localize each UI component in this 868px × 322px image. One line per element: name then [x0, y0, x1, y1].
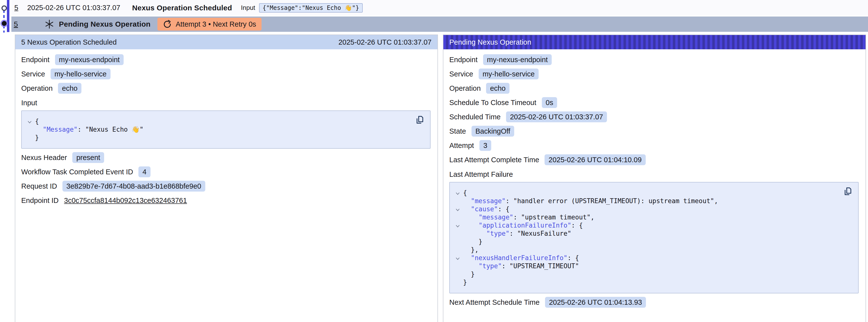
event-panel-title: 5 Nexus Operation Scheduled [21, 38, 117, 46]
pending-operation-row[interactable]: 5 Pending Nexus Operation Attempt 3 • Ne… [11, 17, 868, 32]
pending-title: Pending Nexus Operation [59, 20, 151, 28]
field-value-badge: 0s [542, 97, 557, 108]
json-line: } [452, 278, 836, 287]
pending-asterisk-icon [44, 19, 55, 29]
event-detail-label: Input [241, 4, 255, 11]
pending-detail-panel: Pending Nexus Operation Endpointmy-nexus… [443, 34, 866, 322]
collapse-chevron-icon[interactable] [452, 254, 463, 262]
json-line-gutter [452, 238, 463, 246]
field-label: Endpoint [21, 56, 50, 64]
field-row-last-attempt-complete-time: Last Attempt Complete Time2025-02-26 UTC… [449, 154, 859, 165]
json-line-gutter [452, 270, 463, 278]
json-line-text: "Message": "Nexus Echo 👋" [35, 126, 143, 134]
collapse-chevron-icon[interactable] [452, 189, 463, 197]
pending-panel-header: Pending Nexus Operation [443, 35, 866, 49]
field-row-endpoint: Endpointmy-nexus-endpoint [449, 54, 859, 65]
json-line-text: "cause": { [463, 205, 509, 213]
field-label-input: Input [21, 98, 431, 107]
field-value-badge: echo [58, 83, 82, 94]
field-value-badge: 3 [479, 140, 491, 151]
json-line-text: "applicationFailureInfo": { [463, 221, 583, 229]
json-line-gutter [452, 197, 463, 205]
event-input-chip[interactable]: {"Message":"Nexus Echo 👋"} [259, 3, 363, 12]
json-line: "message": "handler error (UPSTREAM_TIME… [452, 197, 836, 205]
event-detail-panel: 5 Nexus Operation Scheduled 2025-02-26 U… [15, 34, 438, 322]
json-line: }, [452, 246, 836, 254]
field-label: Next Attempt Schedule Time [449, 298, 539, 307]
pending-panel-fields: Endpointmy-nexus-endpointServicemy-hello… [443, 49, 866, 315]
field-label: Endpoint [449, 56, 478, 64]
timeline-node-open-icon [1, 5, 7, 11]
json-line-text: "type": "NexusFailure" [463, 229, 571, 238]
json-line-text: } [463, 270, 475, 278]
field-label: Operation [21, 84, 53, 93]
field-label: Attempt [449, 141, 474, 150]
json-viewer-input: { "Message": "Nexus Echo 👋"} [21, 110, 431, 149]
json-line-gutter [24, 126, 35, 134]
field-value-badge: 3e829b7e-7d67-4b08-aad3-b1e868bfe9e0 [62, 181, 205, 192]
json-line: "cause": { [452, 205, 836, 213]
pending-id-link[interactable]: 5 [14, 20, 18, 28]
field-row-attempt: Attempt3 [449, 140, 859, 151]
json-line-gutter [452, 229, 463, 238]
event-panel-fields: Endpointmy-nexus-endpointServicemy-hello… [15, 49, 437, 213]
field-label: Operation [449, 84, 480, 93]
json-line-text: "type": "UPSTREAM_TIMEOUT" [463, 262, 579, 270]
collapse-chevron-icon[interactable] [24, 117, 35, 126]
field-row-nexus-header: Nexus Headerpresent [21, 152, 431, 163]
field-row-endpoint-id: Endpoint ID3c0c75ccfa8144b092c13ce632463… [21, 195, 431, 206]
field-row-request-id: Request ID3e829b7e-7d67-4b08-aad3-b1e868… [21, 181, 431, 192]
json-line-text: "nexusHandlerFailureInfo": { [463, 254, 579, 262]
json-line: } [24, 134, 408, 142]
field-row-service: Servicemy-hello-service [21, 68, 431, 79]
field-label: Last Attempt Complete Time [449, 156, 539, 164]
field-value-link[interactable]: 3c0c75ccfa8144b092c13ce632463761 [64, 196, 187, 205]
copy-button[interactable] [843, 186, 853, 196]
field-row-endpoint: Endpointmy-nexus-endpoint [21, 54, 431, 65]
json-line-text: "message": "upstream timeout", [463, 213, 594, 221]
json-line: "message": "upstream timeout", [452, 213, 836, 221]
field-label: Nexus Header [21, 154, 67, 162]
json-line-gutter [452, 213, 463, 221]
field-row-operation: Operationecho [21, 83, 431, 94]
retry-label: Attempt 3 • Next Retry 0s [176, 20, 256, 28]
copy-icon [843, 186, 853, 196]
event-summary-row[interactable]: 5 2025-02-26 UTC 01:03:37.07 Nexus Opera… [11, 0, 868, 15]
collapse-chevron-icon[interactable] [452, 221, 463, 229]
field-value-badge: present [72, 152, 104, 163]
field-row-state: StateBackingOff [449, 126, 859, 137]
field-value-badge: 2025-02-26 UTC 01:04:13.93 [545, 297, 646, 308]
event-title: Nexus Operation Scheduled [132, 4, 232, 12]
pending-panel-title: Pending Nexus Operation [449, 38, 531, 46]
field-label: State [449, 127, 466, 135]
field-value-badge: 4 [138, 166, 150, 177]
json-line-text: } [463, 278, 467, 287]
retry-status-badge: Attempt 3 • Next Retry 0s [157, 18, 261, 31]
event-panel-timestamp: 2025-02-26 UTC 01:03:37.07 [339, 38, 432, 46]
event-panel-header: 5 Nexus Operation Scheduled 2025-02-26 U… [15, 35, 437, 49]
field-row-workflow-task-completed-event-id: Workflow Task Completed Event ID4 [21, 166, 431, 177]
field-value-badge: echo [486, 83, 509, 94]
event-id-link[interactable]: 5 [14, 4, 18, 12]
field-value-badge: my-nexus-endpoint [483, 54, 552, 65]
json-line-text: { [35, 117, 39, 126]
field-label: Endpoint ID [21, 196, 59, 205]
field-value-badge: my-nexus-endpoint [55, 54, 124, 65]
field-label: Request ID [21, 182, 57, 190]
json-line-text: } [35, 134, 39, 142]
json-line-gutter [452, 246, 463, 254]
json-line: } [452, 238, 836, 246]
json-line-text: "message": "handler error (UPSTREAM_TIME… [463, 197, 718, 205]
field-row-service: Servicemy-hello-service [449, 68, 859, 79]
event-timestamp: 2025-02-26 UTC 01:03:37.07 [27, 4, 120, 12]
field-label: Service [21, 70, 45, 78]
json-line: } [452, 270, 836, 278]
field-row-scheduled-time: Scheduled Time2025-02-26 UTC 01:03:37.07 [449, 111, 859, 122]
json-line: "Message": "Nexus Echo 👋" [24, 126, 408, 134]
collapse-chevron-icon[interactable] [452, 205, 463, 213]
field-row-schedule-to-close-timeout: Schedule To Close Timeout0s [449, 97, 859, 108]
copy-button[interactable] [415, 115, 425, 125]
field-label: Schedule To Close Timeout [449, 99, 536, 107]
json-line-text: }, [463, 246, 479, 254]
retry-icon [163, 20, 172, 29]
